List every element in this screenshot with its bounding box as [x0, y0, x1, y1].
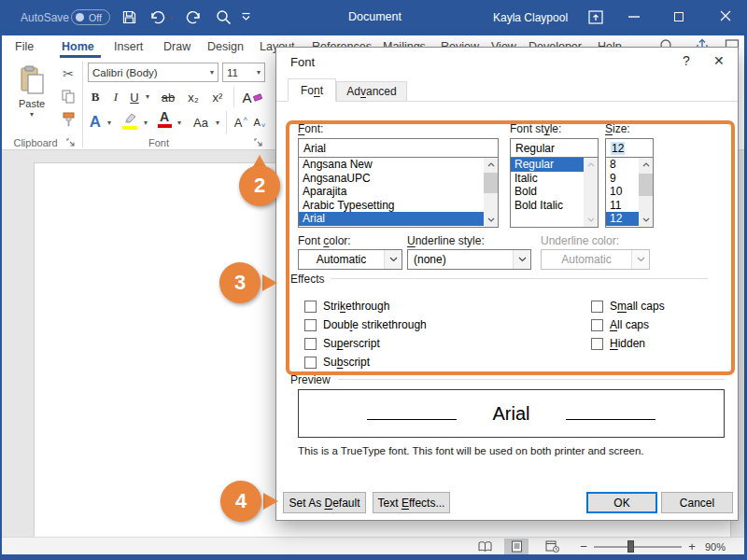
font-style-listbox[interactable]: Regular Italic Bold Bold Italic: [510, 157, 599, 228]
clear-formatting-button[interactable]: A: [239, 87, 265, 107]
scroll-up-icon[interactable]: [639, 158, 653, 172]
read-mode-button[interactable]: [472, 539, 497, 554]
set-as-default-button[interactable]: Set As Default: [283, 492, 366, 513]
font-color-dropdown[interactable]: Automatic: [298, 249, 402, 270]
checkbox-subscript[interactable]: Subscript: [304, 356, 370, 369]
save-icon[interactable]: [121, 9, 137, 25]
tab-insert[interactable]: Insert: [112, 35, 145, 58]
quick-access-more-icon[interactable]: [241, 12, 251, 21]
preview-text: Arial: [492, 403, 529, 425]
font-dialog: Font ? ✕ Font Advanced Font: Arial Angsa…: [275, 47, 739, 521]
underline-color-dropdown[interactable]: Automatic: [541, 249, 650, 270]
dialog-help-icon[interactable]: ?: [683, 53, 690, 68]
zoom-out-button[interactable]: −: [577, 539, 590, 554]
font-list-item-selected[interactable]: Arial: [299, 212, 498, 226]
web-layout-button[interactable]: [540, 539, 564, 554]
format-painter-icon[interactable]: [58, 110, 78, 129]
style-list-scrollbar[interactable]: [584, 158, 598, 227]
autosave-toggle[interactable]: Off: [71, 9, 110, 25]
font-list-item[interactable]: Angsana New: [299, 158, 498, 172]
size-field[interactable]: 12: [605, 138, 654, 158]
font-list-item[interactable]: Aparajita: [299, 185, 498, 199]
font-color-button[interactable]: A: [155, 110, 174, 133]
tab-draw[interactable]: Draw: [162, 35, 192, 58]
callout-4-pointer: [263, 493, 278, 510]
italic-button[interactable]: I: [108, 87, 123, 107]
copy-icon[interactable]: [58, 88, 78, 105]
checkbox-icon: [304, 357, 317, 369]
bold-button[interactable]: B: [86, 87, 105, 107]
checkbox-double-strikethrough[interactable]: Double strikethrough: [304, 318, 427, 331]
font-color-dropdown-icon[interactable]: ▾: [175, 119, 184, 127]
user-name: Kayla Claypool: [493, 11, 568, 24]
scroll-up-icon[interactable]: [584, 158, 598, 172]
dialog-close-icon[interactable]: ✕: [713, 53, 725, 68]
scrollbar-thumb[interactable]: [484, 173, 498, 193]
ribbon-display-options-icon[interactable]: [588, 10, 603, 24]
font-list-item[interactable]: Arabic Typesetting: [299, 199, 498, 213]
paste-button[interactable]: Paste ▾: [9, 63, 54, 142]
font-dialog-launcher-icon[interactable]: [254, 138, 263, 147]
text-effects-dropdown-icon[interactable]: ▾: [105, 119, 114, 127]
redo-icon[interactable]: [185, 9, 202, 24]
size-list-scrollbar[interactable]: [639, 158, 653, 227]
checkbox-hidden[interactable]: Hidden: [591, 337, 645, 350]
underline-dropdown-icon[interactable]: ▾: [143, 93, 152, 101]
scrollbar-thumb[interactable]: [639, 174, 653, 196]
underline-style-dropdown[interactable]: (none): [407, 249, 531, 270]
cut-icon[interactable]: ✂: [58, 65, 78, 82]
checkbox-all-caps[interactable]: All caps: [591, 318, 649, 331]
subscript-button[interactable]: x₂: [183, 87, 204, 107]
ok-button[interactable]: OK: [586, 492, 657, 513]
font-name-combo[interactable]: Calibri (Body) ▾: [88, 63, 218, 82]
print-layout-button[interactable]: [504, 539, 529, 554]
font-size-combo[interactable]: 11 ▾: [222, 63, 265, 82]
zoom-slider-thumb[interactable]: [627, 540, 634, 553]
checkbox-strikethrough[interactable]: Strikethrough: [304, 300, 389, 313]
strikethrough-button[interactable]: ab: [157, 87, 179, 107]
maximize-button[interactable]: [674, 12, 684, 21]
cancel-button[interactable]: Cancel: [661, 492, 733, 513]
search-icon[interactable]: [216, 9, 232, 25]
highlight-dropdown-icon[interactable]: ▾: [141, 119, 150, 127]
scroll-down-icon[interactable]: [639, 213, 653, 227]
font-list-scrollbar[interactable]: [484, 158, 498, 227]
zoom-level[interactable]: 90%: [705, 541, 726, 553]
checkbox-superscript[interactable]: Superscript: [304, 337, 380, 350]
shrink-font-button[interactable]: A˅: [250, 111, 269, 133]
zoom-in-button[interactable]: +: [685, 539, 698, 554]
button-divider: [226, 111, 227, 133]
scroll-up-icon[interactable]: [484, 158, 498, 172]
scroll-down-icon[interactable]: [484, 213, 498, 227]
undo-icon[interactable]: [149, 9, 166, 24]
superscript-button[interactable]: x²: [207, 87, 228, 107]
change-case-button[interactable]: Aa: [189, 111, 213, 133]
callout-3-pointer: [262, 274, 277, 291]
text-effects-button[interactable]: A: [86, 111, 105, 133]
minimize-button[interactable]: [627, 16, 641, 18]
paste-label: Paste: [9, 98, 54, 109]
grow-font-button[interactable]: A˄: [232, 111, 250, 133]
underline-button[interactable]: U: [127, 87, 142, 107]
highlight-button[interactable]: [120, 111, 140, 133]
tab-design[interactable]: Design: [205, 35, 246, 58]
checkbox-small-caps[interactable]: Small caps: [591, 300, 665, 313]
text-effects-button[interactable]: Text Effects...: [373, 492, 450, 513]
font-name-field[interactable]: Arial: [298, 138, 499, 158]
scroll-down-icon[interactable]: [584, 213, 598, 227]
clipboard-dialog-launcher-icon[interactable]: [66, 138, 76, 147]
font-style-field[interactable]: Regular: [510, 138, 599, 158]
close-button[interactable]: [719, 9, 732, 22]
size-listbox[interactable]: 8 9 10 11 12: [605, 157, 654, 228]
undo-dropdown-icon[interactable]: ▾: [169, 15, 173, 22]
change-case-dropdown-icon[interactable]: ▾: [213, 119, 222, 127]
font-listbox[interactable]: Angsana New AngsanaUPC Aparajita Arabic …: [298, 157, 499, 228]
underline-color-label: Underline color:: [541, 234, 619, 247]
callout-step-3: 3: [219, 262, 261, 303]
zoom-slider-track[interactable]: [594, 546, 682, 548]
dialog-tab-font[interactable]: Font: [288, 78, 336, 102]
document-title: Document: [348, 10, 402, 23]
tab-file[interactable]: File: [13, 35, 35, 58]
dialog-tab-advanced[interactable]: Advanced: [336, 81, 407, 102]
font-list-item[interactable]: AngsanaUPC: [299, 172, 498, 186]
